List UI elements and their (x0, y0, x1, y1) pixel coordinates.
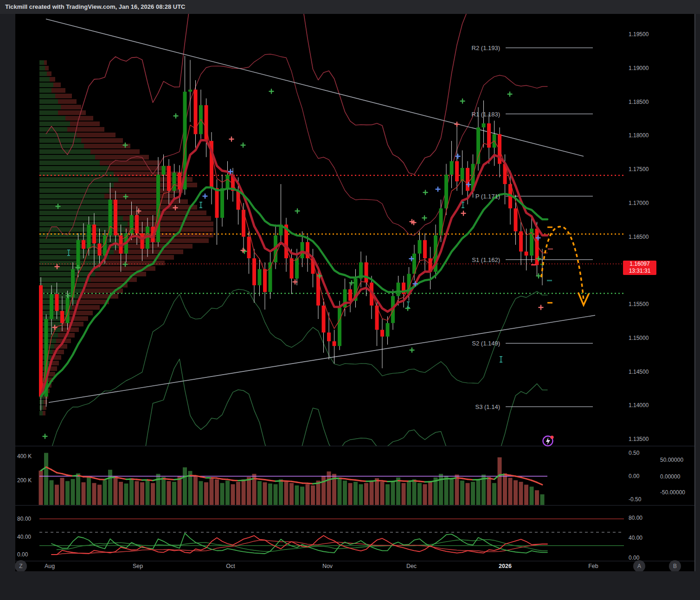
last-price-badge: 1.16097 13:31:31 (623, 261, 656, 275)
b-scale-button[interactable]: B (669, 560, 681, 572)
timezone-button[interactable]: Z (15, 560, 27, 572)
footer-bar: TradingView (0, 571, 700, 600)
trading-chart-window: Tickmill created with TradingView.com, J… (0, 0, 700, 600)
flash-indicator-icon[interactable] (542, 434, 554, 447)
auto-scale-button[interactable]: A (633, 560, 645, 572)
chart-canvas[interactable] (0, 0, 700, 600)
bar-countdown: 13:31:31 (623, 268, 656, 274)
last-price-value: 1.16097 (623, 261, 656, 268)
